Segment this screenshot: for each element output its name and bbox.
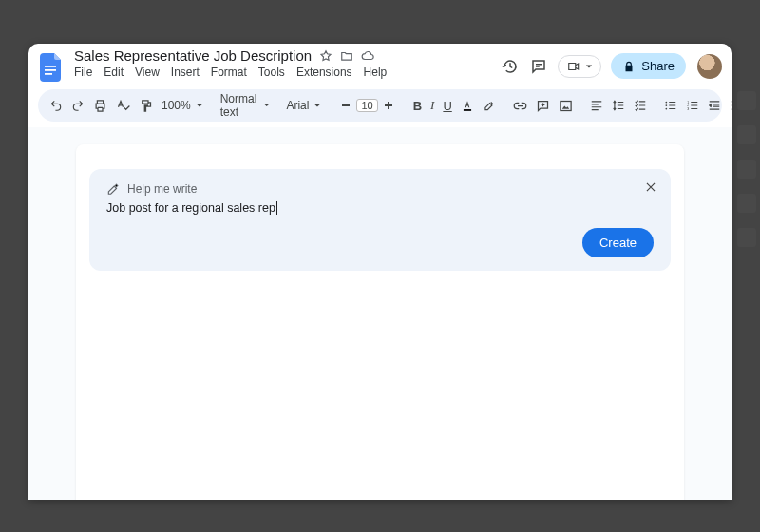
side-panel	[737, 91, 756, 247]
redo-icon[interactable]	[71, 99, 85, 113]
link-icon[interactable]	[513, 99, 527, 113]
line-spacing-icon[interactable]	[612, 99, 625, 113]
font-size-increase[interactable]	[382, 99, 396, 113]
underline-icon[interactable]: U	[443, 99, 451, 113]
font-size-decrease[interactable]	[338, 99, 352, 113]
magic-pencil-icon	[106, 182, 120, 196]
history-icon[interactable]	[501, 57, 520, 76]
lock-icon	[622, 60, 636, 73]
svg-point-6	[665, 104, 667, 106]
help-me-write-input[interactable]: Job post for a regional sales rep	[106, 201, 654, 215]
text-cursor	[276, 201, 277, 215]
meet-button[interactable]	[558, 55, 601, 78]
svg-rect-4	[560, 101, 571, 110]
numbered-list-icon[interactable]: 123	[686, 99, 699, 113]
star-icon[interactable]	[319, 49, 332, 63]
bulleted-list-icon[interactable]	[664, 99, 677, 113]
add-comment-icon[interactable]	[536, 99, 550, 113]
workspace: Help me write Job post for a regional sa…	[28, 127, 732, 500]
create-button[interactable]: Create	[582, 228, 654, 257]
paint-format-icon[interactable]	[139, 99, 153, 113]
svg-rect-0	[45, 66, 56, 67]
highlight-icon[interactable]	[483, 99, 496, 113]
zoom-dropdown[interactable]: 100%	[162, 99, 203, 112]
svg-point-5	[665, 102, 667, 104]
sidepanel-item[interactable]	[737, 194, 756, 213]
decrease-indent-icon[interactable]	[708, 99, 721, 113]
checklist-icon[interactable]	[634, 99, 647, 113]
document-page[interactable]: Help me write Job post for a regional sa…	[76, 144, 684, 500]
help-me-write-panel: Help me write Job post for a regional sa…	[89, 169, 671, 271]
toolbar: 100% Normal text Arial 10 B I U 123	[38, 89, 722, 122]
paragraph-style-dropdown[interactable]: Normal text	[220, 92, 270, 119]
chevron-down-icon	[314, 102, 321, 109]
title-bar: Sales Representative Job Description Fil…	[28, 44, 732, 86]
sidepanel-item[interactable]	[737, 91, 756, 110]
chevron-down-icon	[585, 63, 593, 70]
align-icon[interactable]	[590, 99, 603, 113]
text-color-icon[interactable]	[461, 99, 474, 113]
docs-window: Sales Representative Job Description Fil…	[28, 44, 732, 500]
share-button[interactable]: Share	[611, 53, 686, 79]
svg-text:3: 3	[687, 107, 689, 111]
undo-icon[interactable]	[49, 99, 63, 113]
bold-icon[interactable]: B	[413, 99, 422, 113]
font-dropdown[interactable]: Arial	[286, 99, 321, 112]
menu-edit[interactable]: Edit	[104, 66, 124, 79]
comments-icon[interactable]	[529, 57, 548, 76]
svg-rect-2	[45, 73, 52, 75]
close-icon[interactable]	[644, 180, 657, 194]
sidepanel-item[interactable]	[737, 160, 756, 179]
share-label: Share	[641, 59, 674, 73]
menu-insert[interactable]: Insert	[171, 66, 200, 79]
svg-point-7	[665, 108, 667, 110]
help-me-write-title: Help me write	[127, 182, 197, 196]
menu-tools[interactable]: Tools	[258, 66, 285, 79]
italic-icon[interactable]: I	[430, 99, 434, 113]
font-size-input[interactable]: 10	[356, 99, 377, 112]
docs-icon[interactable]	[38, 51, 65, 84]
doc-title[interactable]: Sales Representative Job Description	[74, 48, 312, 64]
sidepanel-item[interactable]	[737, 125, 756, 144]
menu-help[interactable]: Help	[364, 66, 388, 79]
svg-rect-3	[464, 109, 471, 111]
print-icon[interactable]	[93, 99, 107, 113]
move-icon[interactable]	[340, 49, 353, 63]
chevron-down-icon	[196, 102, 203, 109]
menu-view[interactable]: View	[135, 66, 160, 79]
chevron-down-icon	[264, 102, 269, 109]
menu-format[interactable]: Format	[211, 66, 247, 79]
avatar[interactable]	[697, 54, 722, 79]
menu-bar: File Edit View Insert Format Tools Exten…	[74, 66, 501, 79]
svg-rect-1	[45, 69, 56, 71]
sidepanel-item[interactable]	[737, 228, 756, 247]
increase-indent-icon[interactable]	[730, 99, 732, 113]
insert-image-icon[interactable]	[559, 99, 573, 113]
spellcheck-icon[interactable]	[116, 99, 130, 113]
cloud-status-icon[interactable]	[361, 49, 374, 63]
menu-file[interactable]: File	[74, 66, 92, 79]
menu-extensions[interactable]: Extensions	[296, 66, 352, 79]
